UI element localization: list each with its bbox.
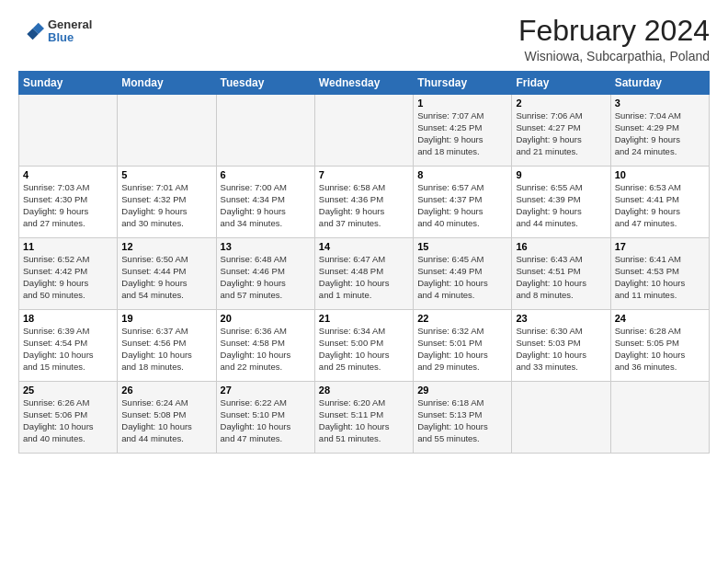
weekday-header-monday: Monday — [118, 72, 216, 95]
weekday-header-tuesday: Tuesday — [216, 72, 314, 95]
calendar-cell: 26Sunrise: 6:24 AM Sunset: 5:08 PM Dayli… — [118, 382, 216, 454]
logo-blue-text: Blue — [48, 31, 92, 44]
page: General Blue February 2024 Wisniowa, Sub… — [0, 0, 728, 463]
day-info: Sunrise: 6:48 AM Sunset: 4:46 PM Dayligh… — [221, 254, 311, 301]
day-info: Sunrise: 6:22 AM Sunset: 5:10 PM Dayligh… — [221, 397, 311, 444]
day-info: Sunrise: 6:52 AM Sunset: 4:42 PM Dayligh… — [23, 254, 113, 301]
day-number: 1 — [417, 98, 507, 109]
calendar-cell — [19, 95, 118, 167]
weekday-header-friday: Friday — [512, 72, 610, 95]
day-number: 24 — [615, 313, 705, 324]
calendar-cell: 3Sunrise: 7:04 AM Sunset: 4:29 PM Daylig… — [610, 95, 709, 167]
weekday-row: SundayMondayTuesdayWednesdayThursdayFrid… — [19, 72, 710, 95]
calendar-cell: 28Sunrise: 6:20 AM Sunset: 5:11 PM Dayli… — [314, 382, 413, 454]
logo-text: General Blue — [48, 18, 92, 45]
logo: General Blue — [18, 18, 92, 45]
day-number: 20 — [221, 313, 311, 324]
day-number: 28 — [319, 385, 409, 396]
calendar-week-3: 11Sunrise: 6:52 AM Sunset: 4:42 PM Dayli… — [19, 238, 710, 310]
calendar-cell: 24Sunrise: 6:28 AM Sunset: 5:05 PM Dayli… — [610, 310, 709, 382]
day-info: Sunrise: 6:32 AM Sunset: 5:01 PM Dayligh… — [417, 326, 507, 373]
calendar-cell — [314, 95, 413, 167]
day-info: Sunrise: 6:39 AM Sunset: 4:54 PM Dayligh… — [23, 326, 113, 373]
day-number: 15 — [417, 241, 507, 252]
day-info: Sunrise: 6:26 AM Sunset: 5:06 PM Dayligh… — [23, 397, 113, 444]
day-number: 19 — [121, 313, 211, 324]
day-info: Sunrise: 6:45 AM Sunset: 4:49 PM Dayligh… — [417, 254, 507, 301]
day-info: Sunrise: 7:03 AM Sunset: 4:30 PM Dayligh… — [23, 182, 113, 229]
calendar-cell: 17Sunrise: 6:41 AM Sunset: 4:53 PM Dayli… — [610, 238, 709, 310]
title-block: February 2024 Wisniowa, Subcarpathia, Po… — [518, 15, 710, 63]
day-info: Sunrise: 7:00 AM Sunset: 4:34 PM Dayligh… — [221, 182, 311, 229]
calendar-table: SundayMondayTuesdayWednesdayThursdayFrid… — [18, 71, 710, 454]
day-info: Sunrise: 6:53 AM Sunset: 4:41 PM Dayligh… — [615, 182, 705, 229]
calendar-cell — [610, 382, 709, 454]
day-info: Sunrise: 6:58 AM Sunset: 4:36 PM Dayligh… — [319, 182, 409, 229]
day-number: 11 — [23, 241, 113, 252]
day-number: 17 — [615, 241, 705, 252]
calendar-cell: 7Sunrise: 6:58 AM Sunset: 4:36 PM Daylig… — [314, 167, 413, 238]
day-number: 14 — [319, 241, 409, 252]
calendar-cell: 18Sunrise: 6:39 AM Sunset: 4:54 PM Dayli… — [19, 310, 118, 382]
day-info: Sunrise: 7:04 AM Sunset: 4:29 PM Dayligh… — [615, 110, 705, 157]
calendar-body: 1Sunrise: 7:07 AM Sunset: 4:25 PM Daylig… — [19, 95, 710, 454]
day-number: 5 — [121, 169, 211, 180]
day-info: Sunrise: 6:43 AM Sunset: 4:51 PM Dayligh… — [516, 254, 606, 301]
calendar-cell: 12Sunrise: 6:50 AM Sunset: 4:44 PM Dayli… — [118, 238, 216, 310]
day-info: Sunrise: 6:34 AM Sunset: 5:00 PM Dayligh… — [319, 326, 409, 373]
calendar-cell: 8Sunrise: 6:57 AM Sunset: 4:37 PM Daylig… — [414, 167, 512, 238]
calendar-cell: 15Sunrise: 6:45 AM Sunset: 4:49 PM Dayli… — [414, 238, 512, 310]
calendar-cell — [118, 95, 216, 167]
calendar-cell — [512, 382, 610, 454]
logo-general-text: General — [48, 18, 92, 31]
day-number: 13 — [221, 241, 311, 252]
logo-icon — [18, 18, 44, 44]
calendar-cell: 5Sunrise: 7:01 AM Sunset: 4:32 PM Daylig… — [118, 167, 216, 238]
weekday-header-sunday: Sunday — [19, 72, 118, 95]
day-info: Sunrise: 7:06 AM Sunset: 4:27 PM Dayligh… — [516, 110, 606, 157]
day-number: 27 — [221, 385, 311, 396]
calendar-cell: 4Sunrise: 7:03 AM Sunset: 4:30 PM Daylig… — [19, 167, 118, 238]
calendar-cell: 23Sunrise: 6:30 AM Sunset: 5:03 PM Dayli… — [512, 310, 610, 382]
day-info: Sunrise: 6:30 AM Sunset: 5:03 PM Dayligh… — [516, 326, 606, 373]
day-info: Sunrise: 6:41 AM Sunset: 4:53 PM Dayligh… — [615, 254, 705, 301]
day-number: 22 — [417, 313, 507, 324]
day-number: 23 — [516, 313, 606, 324]
day-info: Sunrise: 6:50 AM Sunset: 4:44 PM Dayligh… — [121, 254, 211, 301]
day-info: Sunrise: 6:37 AM Sunset: 4:56 PM Dayligh… — [121, 326, 211, 373]
calendar-cell: 9Sunrise: 6:55 AM Sunset: 4:39 PM Daylig… — [512, 167, 610, 238]
calendar-cell: 25Sunrise: 6:26 AM Sunset: 5:06 PM Dayli… — [19, 382, 118, 454]
weekday-header-wednesday: Wednesday — [314, 72, 413, 95]
calendar-cell: 27Sunrise: 6:22 AM Sunset: 5:10 PM Dayli… — [216, 382, 314, 454]
day-number: 3 — [615, 98, 705, 109]
calendar-cell: 20Sunrise: 6:36 AM Sunset: 4:58 PM Dayli… — [216, 310, 314, 382]
day-info: Sunrise: 6:24 AM Sunset: 5:08 PM Dayligh… — [121, 397, 211, 444]
day-info: Sunrise: 6:47 AM Sunset: 4:48 PM Dayligh… — [319, 254, 409, 301]
calendar-cell — [216, 95, 314, 167]
day-number: 18 — [23, 313, 113, 324]
day-number: 10 — [615, 169, 705, 180]
weekday-header-saturday: Saturday — [610, 72, 709, 95]
day-number: 8 — [417, 169, 507, 180]
calendar-week-1: 1Sunrise: 7:07 AM Sunset: 4:25 PM Daylig… — [19, 95, 710, 167]
day-number: 16 — [516, 241, 606, 252]
calendar-cell: 14Sunrise: 6:47 AM Sunset: 4:48 PM Dayli… — [314, 238, 413, 310]
day-number: 26 — [121, 385, 211, 396]
calendar-week-4: 18Sunrise: 6:39 AM Sunset: 4:54 PM Dayli… — [19, 310, 710, 382]
calendar-cell: 22Sunrise: 6:32 AM Sunset: 5:01 PM Dayli… — [414, 310, 512, 382]
calendar-cell: 1Sunrise: 7:07 AM Sunset: 4:25 PM Daylig… — [414, 95, 512, 167]
calendar-cell: 6Sunrise: 7:00 AM Sunset: 4:34 PM Daylig… — [216, 167, 314, 238]
day-number: 29 — [417, 385, 507, 396]
calendar-cell: 21Sunrise: 6:34 AM Sunset: 5:00 PM Dayli… — [314, 310, 413, 382]
header: General Blue February 2024 Wisniowa, Sub… — [18, 15, 710, 63]
day-number: 21 — [319, 313, 409, 324]
day-info: Sunrise: 7:07 AM Sunset: 4:25 PM Dayligh… — [417, 110, 507, 157]
calendar-cell: 10Sunrise: 6:53 AM Sunset: 4:41 PM Dayli… — [610, 167, 709, 238]
calendar-cell: 16Sunrise: 6:43 AM Sunset: 4:51 PM Dayli… — [512, 238, 610, 310]
calendar-header: SundayMondayTuesdayWednesdayThursdayFrid… — [19, 72, 710, 95]
day-info: Sunrise: 6:28 AM Sunset: 5:05 PM Dayligh… — [615, 326, 705, 373]
day-info: Sunrise: 6:57 AM Sunset: 4:37 PM Dayligh… — [417, 182, 507, 229]
calendar-cell: 11Sunrise: 6:52 AM Sunset: 4:42 PM Dayli… — [19, 238, 118, 310]
day-number: 6 — [221, 169, 311, 180]
day-number: 7 — [319, 169, 409, 180]
